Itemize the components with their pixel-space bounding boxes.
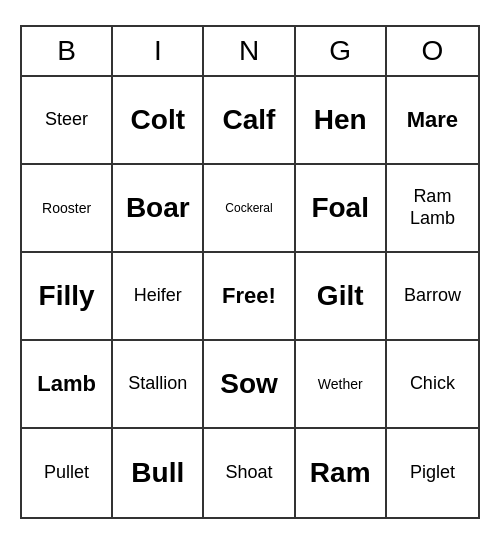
bingo-cell: Calf: [204, 77, 295, 165]
cell-text: Bull: [131, 456, 184, 490]
bingo-cell: Rooster: [22, 165, 113, 253]
bingo-cell: Filly: [22, 253, 113, 341]
cell-text: Barrow: [404, 285, 461, 307]
bingo-cell: Gilt: [296, 253, 387, 341]
cell-text: Rooster: [42, 200, 91, 217]
bingo-cell: Bull: [113, 429, 204, 517]
cell-text: Pullet: [44, 462, 89, 484]
bingo-cell: Hen: [296, 77, 387, 165]
bingo-cell: Cockeral: [204, 165, 295, 253]
bingo-cell: Barrow: [387, 253, 478, 341]
bingo-grid: SteerColtCalfHenMareRoosterBoarCockeralF…: [22, 77, 478, 517]
bingo-cell: Stallion: [113, 341, 204, 429]
bingo-header: BINGO: [22, 27, 478, 77]
bingo-cell: Foal: [296, 165, 387, 253]
cell-text: Foal: [311, 191, 369, 225]
cell-text: Boar: [126, 191, 190, 225]
cell-text: Mare: [407, 107, 458, 133]
bingo-card: BINGO SteerColtCalfHenMareRoosterBoarCoc…: [20, 25, 480, 519]
bingo-cell: Ram: [296, 429, 387, 517]
cell-text: Piglet: [410, 462, 455, 484]
cell-text: Filly: [39, 279, 95, 313]
cell-text: Colt: [131, 103, 185, 137]
bingo-cell: Mare: [387, 77, 478, 165]
cell-text: Free!: [222, 283, 276, 309]
header-letter: I: [113, 27, 204, 75]
header-letter: N: [204, 27, 295, 75]
bingo-cell: Steer: [22, 77, 113, 165]
cell-text: Ram: [310, 456, 371, 490]
cell-text: Sow: [220, 367, 278, 401]
cell-text: Shoat: [225, 462, 272, 484]
cell-text: Stallion: [128, 373, 187, 395]
cell-text: Calf: [223, 103, 276, 137]
cell-text: RamLamb: [410, 186, 455, 229]
bingo-cell: Wether: [296, 341, 387, 429]
cell-text: Hen: [314, 103, 367, 137]
bingo-cell: Free!: [204, 253, 295, 341]
bingo-cell: Chick: [387, 341, 478, 429]
cell-text: Lamb: [37, 371, 96, 397]
cell-text: Gilt: [317, 279, 364, 313]
cell-text: Heifer: [134, 285, 182, 307]
bingo-cell: RamLamb: [387, 165, 478, 253]
bingo-cell: Colt: [113, 77, 204, 165]
header-letter: O: [387, 27, 478, 75]
header-letter: G: [296, 27, 387, 75]
bingo-cell: Heifer: [113, 253, 204, 341]
cell-text: Wether: [318, 376, 363, 393]
cell-text: Steer: [45, 109, 88, 131]
cell-text: Chick: [410, 373, 455, 395]
header-letter: B: [22, 27, 113, 75]
bingo-cell: Piglet: [387, 429, 478, 517]
cell-text: Cockeral: [225, 201, 272, 215]
bingo-cell: Lamb: [22, 341, 113, 429]
bingo-cell: Sow: [204, 341, 295, 429]
bingo-cell: Pullet: [22, 429, 113, 517]
bingo-cell: Boar: [113, 165, 204, 253]
bingo-cell: Shoat: [204, 429, 295, 517]
